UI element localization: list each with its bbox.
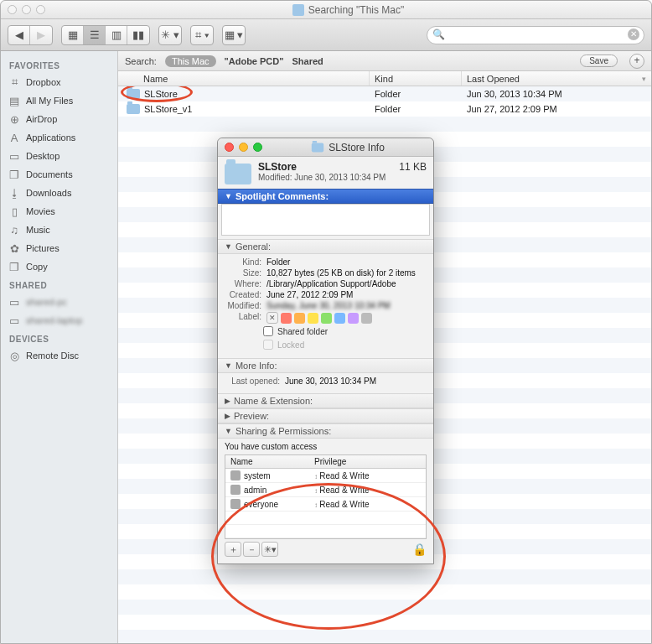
pictures-icon: ✿ <box>8 242 21 255</box>
section-nameext[interactable]: ▶Name & Extension: <box>218 393 433 408</box>
info-close[interactable] <box>225 143 234 152</box>
back-button[interactable]: ◀ <box>8 26 30 44</box>
label-colors[interactable]: ✕ <box>266 312 425 324</box>
sidebar-item-airdrop[interactable]: ⊕AirDrop <box>1 110 117 128</box>
result-row[interactable]: SLStore Folder Jun 30, 2013 10:34 PM <box>118 86 651 101</box>
sidebar-item-movies[interactable]: ▯Movies <box>1 202 117 221</box>
folder-icon <box>127 89 140 99</box>
perm-head-priv[interactable]: Privilege <box>309 455 426 468</box>
user-icon <box>230 470 241 480</box>
disc-icon: ◎ <box>8 349 21 362</box>
locked-check[interactable]: Locked <box>226 338 425 351</box>
toolbar: ◀ ▶ ▦ ☰ ▥ ▮▮ ✳ ▾ ⌗ ▾ ▦ ▾ 🔍 ✕ <box>1 19 651 51</box>
spotlight-comments-box[interactable] <box>221 204 430 236</box>
smartfolder-icon <box>292 4 304 16</box>
section-preview[interactable]: ▶Preview: <box>218 408 433 423</box>
remove-permission-button[interactable]: － <box>243 542 260 557</box>
view-coverflow[interactable]: ▮▮ <box>127 26 149 44</box>
sidebar-item-copy[interactable]: ❐Copy <box>1 257 117 276</box>
forward-button[interactable]: ▶ <box>30 26 52 44</box>
label-orange[interactable] <box>294 313 305 324</box>
sidebar-item-downloads[interactable]: ⭳Downloads <box>1 184 117 202</box>
info-minimize[interactable] <box>239 143 248 152</box>
view-list[interactable]: ☰ <box>84 26 106 44</box>
section-moreinfo[interactable]: ▼More Info: <box>218 358 433 373</box>
label-clear[interactable]: ✕ <box>266 312 278 324</box>
view-columns[interactable]: ▥ <box>106 26 127 44</box>
all-files-icon: ▤ <box>8 94 21 107</box>
label-yellow[interactable] <box>308 313 318 324</box>
info-title-text: SLStore Info <box>262 142 433 153</box>
sidebar-item-desktop[interactable]: ▭Desktop <box>1 147 117 165</box>
label-blue[interactable] <box>334 313 345 324</box>
sidebar-item-pictures[interactable]: ✿Pictures <box>1 239 117 257</box>
sidebar-item-applications[interactable]: AApplications <box>1 128 117 147</box>
label-green[interactable] <box>321 313 332 324</box>
minimize-dot[interactable] <box>22 5 31 14</box>
perm-row[interactable]: systemRead & Write <box>225 469 426 483</box>
permissions-footer: ＋ － ✳▾ 🔒 <box>225 539 427 557</box>
info-titlebar: SLStore Info <box>218 138 433 157</box>
sidebar-item-remotedisc[interactable]: ◎Remote Disc <box>1 346 117 365</box>
dropbox-menu[interactable]: ⌗ ▾ <box>190 25 214 45</box>
clear-search-icon[interactable]: ✕ <box>628 29 639 40</box>
action-menu[interactable]: ✳ ▾ <box>158 25 182 45</box>
scope-thismac[interactable]: This Mac <box>165 55 216 67</box>
col-lastopened[interactable]: Last Opened <box>462 71 651 86</box>
window-title: Searching "This Mac" <box>45 4 651 16</box>
arrange-menu[interactable]: ▦ ▾ <box>222 25 246 45</box>
info-name: SLStore <box>258 161 297 173</box>
group-icon <box>230 485 241 495</box>
col-kind[interactable]: Kind <box>370 71 462 86</box>
search-scope-bar: Search: This Mac "Adobe PCD" Shared Save… <box>118 51 651 71</box>
col-name[interactable]: Name <box>118 71 370 86</box>
sidebar-item-dropbox[interactable]: ⌗Dropbox <box>1 73 117 91</box>
perm-row[interactable]: adminRead & Write <box>225 483 426 497</box>
sidebar-item-shared-2[interactable]: ▭shared-laptop <box>1 311 117 330</box>
traffic-lights <box>8 5 45 14</box>
search-input[interactable] <box>427 26 644 44</box>
perm-row[interactable]: everyoneRead & Write <box>225 497 426 512</box>
sidebar-item-documents[interactable]: ❐Documents <box>1 165 117 184</box>
view-icons[interactable]: ▦ <box>62 26 84 44</box>
close-dot[interactable] <box>8 5 17 14</box>
info-size: 11 KB <box>399 161 427 173</box>
label-purple[interactable] <box>348 313 359 324</box>
search-label: Search: <box>125 56 157 66</box>
downloads-icon: ⭳ <box>8 186 21 200</box>
pc-icon: ▭ <box>8 295 21 309</box>
disclosure-icon: ▼ <box>225 361 232 370</box>
sidebar-item-music[interactable]: ♫Music <box>1 221 117 239</box>
applications-icon: A <box>8 131 21 144</box>
titlebar: Searching "This Mac" <box>1 1 651 19</box>
column-headers: Name Kind Last Opened <box>118 71 651 86</box>
sidebar-item-allmyfiles[interactable]: ▤All My Files <box>1 91 117 110</box>
label-gray[interactable] <box>361 313 372 324</box>
label-red[interactable] <box>281 313 292 324</box>
info-zoom[interactable] <box>253 143 262 152</box>
section-spotlight[interactable]: ▼Spotlight Comments: <box>218 189 433 204</box>
shared-folder-check[interactable]: Shared folder <box>226 325 425 338</box>
disclosure-icon: ▼ <box>225 242 232 251</box>
search-field[interactable]: 🔍 ✕ <box>427 26 644 44</box>
result-row[interactable]: SLStore_v1 Folder Jun 27, 2012 2:09 PM <box>118 101 651 117</box>
add-rule-button[interactable]: + <box>629 54 644 69</box>
save-search-button[interactable]: Save <box>580 55 618 67</box>
add-permission-button[interactable]: ＋ <box>225 542 241 557</box>
permission-action-menu[interactable]: ✳▾ <box>261 542 278 557</box>
lock-icon[interactable]: 🔒 <box>412 543 427 556</box>
section-general[interactable]: ▼General: <box>218 239 433 254</box>
info-modified: Modified: June 30, 2013 10:34 PM <box>258 173 427 182</box>
sidebar: FAVORITES ⌗Dropbox ▤All My Files ⊕AirDro… <box>1 51 118 643</box>
sharing-body: You have custom access Name Privilege sy… <box>218 439 433 564</box>
zoom-dot[interactable] <box>36 5 45 14</box>
disclosure-icon: ▼ <box>225 427 232 435</box>
sidebar-item-shared-1[interactable]: ▭shared-pc <box>1 293 117 311</box>
perm-head-name[interactable]: Name <box>225 455 309 468</box>
favorites-header: FAVORITES <box>1 56 117 73</box>
scope-adobepcd[interactable]: "Adobe PCD" <box>225 56 284 66</box>
scope-shared[interactable]: Shared <box>292 56 323 66</box>
copy-icon: ❐ <box>8 260 21 273</box>
devices-header: DEVICES <box>1 330 117 346</box>
section-sharing[interactable]: ▼Sharing & Permissions: <box>218 423 433 439</box>
